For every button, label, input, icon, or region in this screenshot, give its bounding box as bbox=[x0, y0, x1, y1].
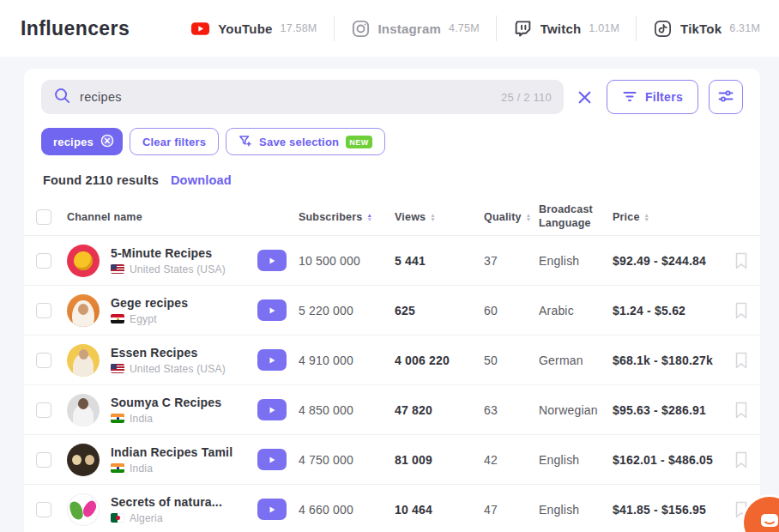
select-all-checkbox[interactable] bbox=[36, 209, 51, 225]
sort-icon-quality[interactable]: ▲▼ bbox=[526, 213, 532, 221]
header-quality[interactable]: Quality ▲▼ bbox=[484, 211, 539, 223]
funnel-icon bbox=[622, 88, 637, 106]
language-value: English bbox=[539, 453, 613, 467]
clear-filters-button[interactable]: Clear filters bbox=[130, 128, 219, 155]
subscribers-value: 5 220 000 bbox=[299, 304, 395, 317]
views-value: 10 464 bbox=[395, 503, 484, 517]
tab-instagram[interactable]: Instagram 4.75M bbox=[351, 19, 480, 39]
row-checkbox[interactable] bbox=[36, 402, 51, 418]
clear-search-icon[interactable] bbox=[574, 86, 596, 108]
row-checkbox[interactable] bbox=[36, 502, 51, 517]
results-card: 25 / 2 110 Filters recipes Clear filters bbox=[24, 69, 760, 532]
new-badge: NEW bbox=[346, 136, 372, 148]
youtube-play-button[interactable] bbox=[257, 499, 287, 520]
search-box[interactable]: 25 / 2 110 bbox=[41, 80, 564, 114]
country-name: India bbox=[130, 462, 153, 475]
quality-value: 47 bbox=[484, 503, 539, 517]
country-flag bbox=[111, 513, 124, 523]
price-value: $41.85 - $156.95 bbox=[613, 503, 726, 517]
subscribers-value: 4 750 000 bbox=[299, 453, 395, 467]
language-value: German bbox=[539, 354, 613, 367]
tab-tiktok[interactable]: TikTok 6.31M bbox=[653, 19, 760, 39]
tab-twitch[interactable]: Twitch 1.01M bbox=[513, 19, 619, 39]
channel-name[interactable]: Essen Recipes bbox=[111, 346, 226, 360]
header-price-label: Price bbox=[613, 211, 640, 223]
youtube-play-button[interactable] bbox=[257, 449, 287, 470]
youtube-icon bbox=[190, 19, 210, 39]
youtube-play-button[interactable] bbox=[257, 299, 287, 321]
header-subscribers-label: Subscribers bbox=[299, 211, 362, 223]
header-price[interactable]: Price ▲▼ bbox=[613, 211, 726, 223]
channel-avatar[interactable] bbox=[67, 344, 100, 377]
row-checkbox[interactable] bbox=[36, 353, 51, 368]
channel-avatar[interactable] bbox=[67, 294, 100, 327]
youtube-play-button[interactable] bbox=[257, 349, 287, 371]
views-value: 5 441 bbox=[395, 254, 484, 268]
bookmark-icon[interactable] bbox=[726, 252, 748, 269]
tab-youtube[interactable]: YouTube 17.58M bbox=[190, 19, 317, 39]
filter-chip-recipes[interactable]: recipes bbox=[41, 128, 123, 155]
channel-avatar[interactable] bbox=[67, 444, 100, 476]
influencers-table: Channel name Subscribers ▲▼ Views ▲▼ Qua… bbox=[24, 198, 760, 532]
chip-remove-icon[interactable] bbox=[100, 134, 114, 150]
filter-chip-label: recipes bbox=[53, 136, 94, 148]
bookmark-icon[interactable] bbox=[726, 402, 748, 419]
channel-name[interactable]: Gege recipes bbox=[111, 296, 188, 310]
views-value: 625 bbox=[395, 304, 484, 317]
youtube-play-button[interactable] bbox=[257, 250, 287, 271]
row-checkbox[interactable] bbox=[36, 303, 51, 318]
chat-bubble-icon bbox=[758, 510, 779, 532]
price-value: $1.24 - $5.62 bbox=[613, 304, 726, 317]
quality-value: 50 bbox=[484, 354, 539, 367]
filters-button[interactable]: Filters bbox=[607, 80, 698, 114]
sort-icon-views[interactable]: ▲▼ bbox=[430, 213, 436, 221]
table-row: 5-Minute Recipes United States (USA) 10 … bbox=[24, 236, 760, 286]
quality-value: 37 bbox=[484, 254, 539, 268]
channel-name[interactable]: Soumya C Recipes bbox=[111, 396, 221, 409]
youtube-play-button[interactable] bbox=[257, 399, 287, 420]
subscribers-value: 10 500 000 bbox=[299, 254, 395, 268]
tiktok-icon bbox=[653, 19, 673, 39]
bookmark-icon[interactable] bbox=[726, 451, 748, 469]
tab-twitch-count: 1.01M bbox=[589, 22, 619, 34]
tab-youtube-count: 17.58M bbox=[281, 22, 317, 34]
tab-tiktok-count: 6.31M bbox=[729, 22, 760, 34]
bookmark-icon[interactable] bbox=[726, 352, 748, 369]
channel-avatar[interactable] bbox=[67, 245, 100, 277]
sort-icon-subscribers[interactable]: ▲▼ bbox=[366, 213, 372, 221]
views-value: 81 009 bbox=[395, 453, 484, 467]
channel-name[interactable]: 5-Minute Recipes bbox=[111, 246, 226, 260]
row-checkbox[interactable] bbox=[36, 253, 51, 269]
tab-divider bbox=[496, 15, 497, 41]
subscribers-value: 4 910 000 bbox=[299, 354, 395, 367]
table-row: Indian Recipes Tamil India 4 750 000 81 … bbox=[24, 435, 760, 485]
save-selection-label: Save selection bbox=[259, 136, 339, 148]
search-input[interactable] bbox=[80, 90, 492, 104]
top-bar: Influencers YouTube 17.58M Instagram 4.7… bbox=[0, 0, 779, 57]
row-checkbox[interactable] bbox=[36, 452, 51, 468]
sort-icon-price[interactable]: ▲▼ bbox=[644, 213, 650, 221]
channel-name[interactable]: Indian Recipes Tamil bbox=[111, 445, 232, 459]
country-flag bbox=[111, 314, 124, 323]
header-subscribers[interactable]: Subscribers ▲▼ bbox=[299, 211, 395, 223]
language-value: English bbox=[539, 503, 613, 517]
channel-avatar[interactable] bbox=[67, 493, 100, 526]
download-link[interactable]: Download bbox=[171, 173, 232, 187]
search-row: 25 / 2 110 Filters bbox=[24, 69, 760, 114]
channel-avatar[interactable] bbox=[67, 394, 100, 426]
sliders-icon bbox=[717, 88, 734, 107]
price-value: $162.01 - $486.05 bbox=[613, 453, 726, 467]
subscribers-value: 4 850 000 bbox=[299, 403, 395, 417]
header-broadcast-language: Broadcast Language bbox=[539, 203, 613, 230]
adjust-filters-button[interactable] bbox=[709, 80, 743, 114]
views-value: 47 820 bbox=[395, 403, 484, 417]
header-views[interactable]: Views ▲▼ bbox=[395, 211, 484, 223]
channel-name[interactable]: Secrets of natura... bbox=[111, 495, 222, 509]
language-value: Arabic bbox=[539, 304, 613, 317]
language-value: English bbox=[539, 254, 613, 268]
bookmark-icon[interactable] bbox=[726, 302, 748, 319]
country-name: Egypt bbox=[130, 313, 157, 325]
table-row: Gege recipes Egypt 5 220 000 625 60 Arab… bbox=[24, 286, 760, 336]
clear-filters-label: Clear filters bbox=[142, 136, 206, 148]
save-selection-button[interactable]: Save selection NEW bbox=[226, 128, 385, 155]
